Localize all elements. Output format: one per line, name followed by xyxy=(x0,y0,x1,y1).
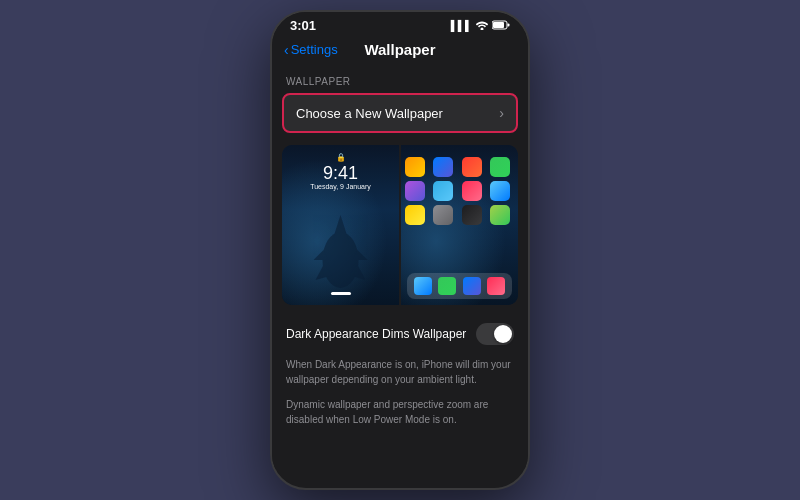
app-icon xyxy=(462,205,482,225)
toggle-row: Dark Appearance Dims Wallpaper xyxy=(272,313,528,355)
nav-bar: ‹ Settings Wallpaper xyxy=(272,37,528,64)
section-header: WALLPAPER xyxy=(272,64,528,93)
dock-icon xyxy=(414,277,432,295)
status-icons: ▌▌▌ xyxy=(451,20,510,32)
svg-marker-4 xyxy=(332,215,348,240)
status-bar: 3:01 ▌▌▌ xyxy=(272,12,528,37)
app-icon xyxy=(490,157,510,177)
app-icon xyxy=(405,181,425,201)
signal-icon: ▌▌▌ xyxy=(451,20,472,31)
home-screen-preview xyxy=(401,145,518,305)
back-label: Settings xyxy=(291,42,338,57)
lock-icon: 🔒 xyxy=(282,153,399,162)
lock-screen-time: 9:41 xyxy=(282,163,399,184)
home-dock xyxy=(407,273,512,299)
toggle-label: Dark Appearance Dims Wallpaper xyxy=(286,327,466,341)
description-text-2: Dynamic wallpaper and perspective zoom a… xyxy=(272,395,528,437)
dark-appearance-toggle[interactable] xyxy=(476,323,514,345)
battery-icon xyxy=(492,20,510,32)
wifi-icon xyxy=(476,20,488,32)
app-icon xyxy=(405,205,425,225)
description-text-1: When Dark Appearance is on, iPhone will … xyxy=(272,355,528,395)
lock-screen-indicator xyxy=(331,292,351,295)
lock-screen-preview: 🔒 9:41 Tuesday, 9 January xyxy=(282,145,399,305)
app-icon xyxy=(433,181,453,201)
back-button[interactable]: ‹ Settings xyxy=(284,42,338,58)
home-icons-grid xyxy=(405,157,514,225)
app-icon xyxy=(462,157,482,177)
choose-wallpaper-text: Choose a New Wallpaper xyxy=(296,106,443,121)
dock-icon xyxy=(438,277,456,295)
back-chevron-icon: ‹ xyxy=(284,42,289,58)
app-icon xyxy=(433,157,453,177)
content-area: WALLPAPER Choose a New Wallpaper › � xyxy=(272,64,528,470)
dock-icon xyxy=(463,277,481,295)
app-icon xyxy=(462,181,482,201)
chevron-right-icon: › xyxy=(499,105,504,121)
lock-screen-date: Tuesday, 9 January xyxy=(282,183,399,190)
dock-icon xyxy=(487,277,505,295)
choose-wallpaper-row[interactable]: Choose a New Wallpaper › xyxy=(282,93,518,133)
app-icon xyxy=(490,205,510,225)
phone-frame: 3:01 ▌▌▌ ‹ Settings Wallpaper xyxy=(270,10,530,490)
toggle-knob xyxy=(494,325,512,343)
nav-title: Wallpaper xyxy=(364,41,435,58)
app-icon xyxy=(433,205,453,225)
app-icon xyxy=(490,181,510,201)
wallpaper-preview: 🔒 9:41 Tuesday, 9 January xyxy=(282,145,518,305)
status-time: 3:01 xyxy=(290,18,316,33)
svg-rect-1 xyxy=(493,22,504,28)
svg-rect-2 xyxy=(508,23,510,26)
app-icon xyxy=(405,157,425,177)
